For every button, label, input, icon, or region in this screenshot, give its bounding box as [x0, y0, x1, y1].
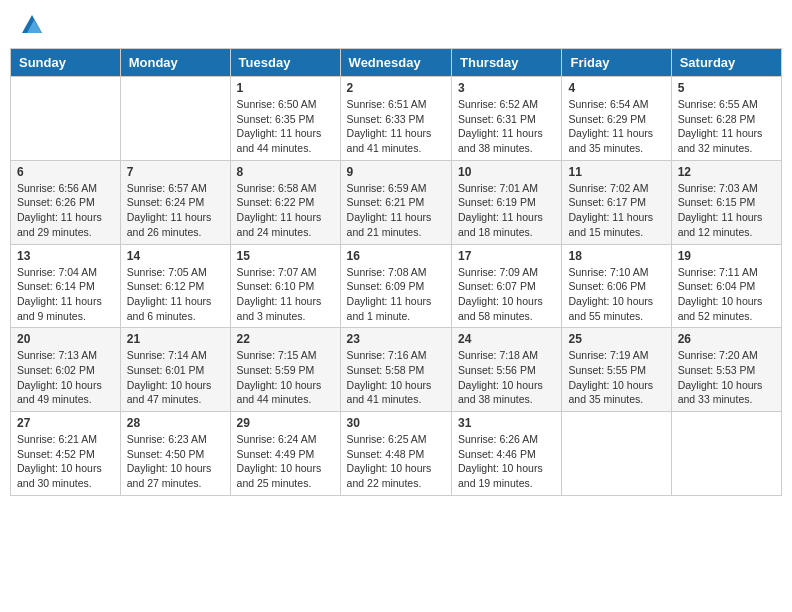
- calendar-cell: 22Sunrise: 7:15 AM Sunset: 5:59 PM Dayli…: [230, 328, 340, 412]
- calendar-cell: 15Sunrise: 7:07 AM Sunset: 6:10 PM Dayli…: [230, 244, 340, 328]
- calendar-cell: 27Sunrise: 6:21 AM Sunset: 4:52 PM Dayli…: [11, 412, 121, 496]
- day-info: Sunrise: 7:05 AM Sunset: 6:12 PM Dayligh…: [127, 265, 224, 324]
- day-info: Sunrise: 7:20 AM Sunset: 5:53 PM Dayligh…: [678, 348, 775, 407]
- day-info: Sunrise: 7:13 AM Sunset: 6:02 PM Dayligh…: [17, 348, 114, 407]
- day-number: 7: [127, 165, 224, 179]
- day-info: Sunrise: 7:14 AM Sunset: 6:01 PM Dayligh…: [127, 348, 224, 407]
- calendar-cell: [120, 77, 230, 161]
- calendar-cell: 3Sunrise: 6:52 AM Sunset: 6:31 PM Daylig…: [452, 77, 562, 161]
- day-number: 29: [237, 416, 334, 430]
- day-number: 28: [127, 416, 224, 430]
- calendar-cell: [11, 77, 121, 161]
- calendar-week-row: 20Sunrise: 7:13 AM Sunset: 6:02 PM Dayli…: [11, 328, 782, 412]
- day-info: Sunrise: 7:04 AM Sunset: 6:14 PM Dayligh…: [17, 265, 114, 324]
- calendar-cell: 16Sunrise: 7:08 AM Sunset: 6:09 PM Dayli…: [340, 244, 451, 328]
- day-info: Sunrise: 6:55 AM Sunset: 6:28 PM Dayligh…: [678, 97, 775, 156]
- day-info: Sunrise: 7:01 AM Sunset: 6:19 PM Dayligh…: [458, 181, 555, 240]
- day-number: 26: [678, 332, 775, 346]
- day-number: 19: [678, 249, 775, 263]
- day-info: Sunrise: 7:11 AM Sunset: 6:04 PM Dayligh…: [678, 265, 775, 324]
- day-info: Sunrise: 7:07 AM Sunset: 6:10 PM Dayligh…: [237, 265, 334, 324]
- calendar-cell: 8Sunrise: 6:58 AM Sunset: 6:22 PM Daylig…: [230, 160, 340, 244]
- day-number: 6: [17, 165, 114, 179]
- calendar-week-row: 1Sunrise: 6:50 AM Sunset: 6:35 PM Daylig…: [11, 77, 782, 161]
- calendar-cell: 14Sunrise: 7:05 AM Sunset: 6:12 PM Dayli…: [120, 244, 230, 328]
- calendar-cell: 26Sunrise: 7:20 AM Sunset: 5:53 PM Dayli…: [671, 328, 781, 412]
- calendar-cell: 28Sunrise: 6:23 AM Sunset: 4:50 PM Dayli…: [120, 412, 230, 496]
- day-info: Sunrise: 7:10 AM Sunset: 6:06 PM Dayligh…: [568, 265, 664, 324]
- day-number: 21: [127, 332, 224, 346]
- day-of-week-header: Tuesday: [230, 49, 340, 77]
- day-info: Sunrise: 7:09 AM Sunset: 6:07 PM Dayligh…: [458, 265, 555, 324]
- calendar-cell: 1Sunrise: 6:50 AM Sunset: 6:35 PM Daylig…: [230, 77, 340, 161]
- calendar-cell: 6Sunrise: 6:56 AM Sunset: 6:26 PM Daylig…: [11, 160, 121, 244]
- day-number: 8: [237, 165, 334, 179]
- day-info: Sunrise: 6:23 AM Sunset: 4:50 PM Dayligh…: [127, 432, 224, 491]
- day-number: 13: [17, 249, 114, 263]
- calendar-cell: 20Sunrise: 7:13 AM Sunset: 6:02 PM Dayli…: [11, 328, 121, 412]
- day-of-week-header: Monday: [120, 49, 230, 77]
- calendar-week-row: 13Sunrise: 7:04 AM Sunset: 6:14 PM Dayli…: [11, 244, 782, 328]
- calendar-cell: 11Sunrise: 7:02 AM Sunset: 6:17 PM Dayli…: [562, 160, 671, 244]
- calendar-cell: 12Sunrise: 7:03 AM Sunset: 6:15 PM Dayli…: [671, 160, 781, 244]
- day-of-week-header: Friday: [562, 49, 671, 77]
- day-info: Sunrise: 7:19 AM Sunset: 5:55 PM Dayligh…: [568, 348, 664, 407]
- day-number: 24: [458, 332, 555, 346]
- calendar-week-row: 27Sunrise: 6:21 AM Sunset: 4:52 PM Dayli…: [11, 412, 782, 496]
- calendar-cell: 21Sunrise: 7:14 AM Sunset: 6:01 PM Dayli…: [120, 328, 230, 412]
- day-info: Sunrise: 6:57 AM Sunset: 6:24 PM Dayligh…: [127, 181, 224, 240]
- day-info: Sunrise: 6:26 AM Sunset: 4:46 PM Dayligh…: [458, 432, 555, 491]
- day-number: 31: [458, 416, 555, 430]
- day-of-week-header: Saturday: [671, 49, 781, 77]
- day-info: Sunrise: 7:03 AM Sunset: 6:15 PM Dayligh…: [678, 181, 775, 240]
- day-number: 25: [568, 332, 664, 346]
- day-number: 11: [568, 165, 664, 179]
- day-number: 14: [127, 249, 224, 263]
- day-number: 23: [347, 332, 445, 346]
- day-number: 22: [237, 332, 334, 346]
- logo: [20, 15, 42, 33]
- calendar-cell: 17Sunrise: 7:09 AM Sunset: 6:07 PM Dayli…: [452, 244, 562, 328]
- calendar-cell: 31Sunrise: 6:26 AM Sunset: 4:46 PM Dayli…: [452, 412, 562, 496]
- calendar-header-row: SundayMondayTuesdayWednesdayThursdayFrid…: [11, 49, 782, 77]
- day-number: 4: [568, 81, 664, 95]
- day-info: Sunrise: 7:15 AM Sunset: 5:59 PM Dayligh…: [237, 348, 334, 407]
- calendar-cell: 9Sunrise: 6:59 AM Sunset: 6:21 PM Daylig…: [340, 160, 451, 244]
- day-info: Sunrise: 7:16 AM Sunset: 5:58 PM Dayligh…: [347, 348, 445, 407]
- day-of-week-header: Thursday: [452, 49, 562, 77]
- day-number: 27: [17, 416, 114, 430]
- day-number: 12: [678, 165, 775, 179]
- logo-icon: [22, 15, 42, 33]
- day-info: Sunrise: 7:08 AM Sunset: 6:09 PM Dayligh…: [347, 265, 445, 324]
- calendar-week-row: 6Sunrise: 6:56 AM Sunset: 6:26 PM Daylig…: [11, 160, 782, 244]
- day-info: Sunrise: 6:21 AM Sunset: 4:52 PM Dayligh…: [17, 432, 114, 491]
- day-info: Sunrise: 6:58 AM Sunset: 6:22 PM Dayligh…: [237, 181, 334, 240]
- calendar-cell: 18Sunrise: 7:10 AM Sunset: 6:06 PM Dayli…: [562, 244, 671, 328]
- calendar-cell: 29Sunrise: 6:24 AM Sunset: 4:49 PM Dayli…: [230, 412, 340, 496]
- calendar-cell: 30Sunrise: 6:25 AM Sunset: 4:48 PM Dayli…: [340, 412, 451, 496]
- day-info: Sunrise: 6:24 AM Sunset: 4:49 PM Dayligh…: [237, 432, 334, 491]
- day-number: 10: [458, 165, 555, 179]
- day-number: 18: [568, 249, 664, 263]
- calendar-cell: 5Sunrise: 6:55 AM Sunset: 6:28 PM Daylig…: [671, 77, 781, 161]
- day-number: 15: [237, 249, 334, 263]
- day-info: Sunrise: 6:50 AM Sunset: 6:35 PM Dayligh…: [237, 97, 334, 156]
- calendar-cell: 10Sunrise: 7:01 AM Sunset: 6:19 PM Dayli…: [452, 160, 562, 244]
- day-number: 2: [347, 81, 445, 95]
- calendar-table: SundayMondayTuesdayWednesdayThursdayFrid…: [10, 48, 782, 496]
- calendar-cell: 7Sunrise: 6:57 AM Sunset: 6:24 PM Daylig…: [120, 160, 230, 244]
- day-info: Sunrise: 7:18 AM Sunset: 5:56 PM Dayligh…: [458, 348, 555, 407]
- calendar-cell: 19Sunrise: 7:11 AM Sunset: 6:04 PM Dayli…: [671, 244, 781, 328]
- day-info: Sunrise: 6:25 AM Sunset: 4:48 PM Dayligh…: [347, 432, 445, 491]
- calendar-cell: 24Sunrise: 7:18 AM Sunset: 5:56 PM Dayli…: [452, 328, 562, 412]
- calendar-cell: [562, 412, 671, 496]
- calendar-cell: 13Sunrise: 7:04 AM Sunset: 6:14 PM Dayli…: [11, 244, 121, 328]
- day-of-week-header: Wednesday: [340, 49, 451, 77]
- day-number: 9: [347, 165, 445, 179]
- calendar-cell: 23Sunrise: 7:16 AM Sunset: 5:58 PM Dayli…: [340, 328, 451, 412]
- calendar-cell: 25Sunrise: 7:19 AM Sunset: 5:55 PM Dayli…: [562, 328, 671, 412]
- day-number: 1: [237, 81, 334, 95]
- calendar-cell: [671, 412, 781, 496]
- day-info: Sunrise: 6:51 AM Sunset: 6:33 PM Dayligh…: [347, 97, 445, 156]
- day-number: 16: [347, 249, 445, 263]
